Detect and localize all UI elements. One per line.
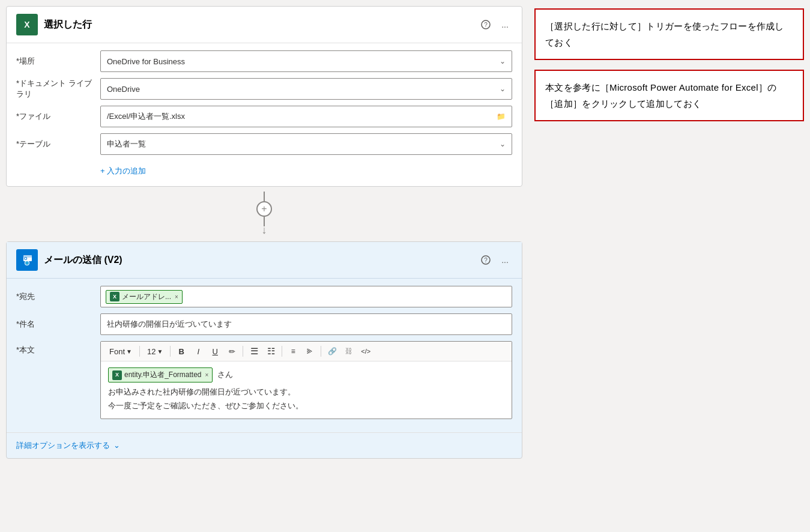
label-basho: *場所 [16,56,94,67]
selected-row-card: X 選択した行 ? ... *場所 OneDrive fo [6,6,522,187]
card1-more-icon[interactable]: ... [498,17,512,32]
label-table: *テーブル [16,139,94,150]
code-button[interactable]: </> [358,344,373,358]
field-to: *宛先 X メールアドレ... × [16,286,512,307]
label-file: *ファイル [16,111,94,122]
dropdown-chevron-doclib: ⌄ [500,85,506,93]
svg-text:O: O [24,256,28,261]
svg-text:?: ? [484,257,488,264]
annotation-box-2: 本文を参考に［Microsoft Power Automate for Exce… [534,70,804,121]
body-suffix-text: さん [217,369,233,381]
body-editor: Font ▼ 12 ▼ B I [100,341,512,419]
link-button[interactable]: 🔗 [325,344,339,358]
connector-line-top [264,192,265,201]
field-table: *テーブル 申込者一覧 ⌄ [16,133,512,155]
card2-help-icon[interactable]: ? [479,253,493,267]
input-basho[interactable]: OneDrive for Business ⌄ [100,50,512,72]
connector-arrow: ↓ [262,224,267,237]
input-doclib[interactable]: OneDrive ⌄ [100,78,512,100]
annotation-box-1: ［選択した行に対して］トリガーを使ったフローを作成しておく [534,8,804,60]
italic-button[interactable]: I [191,344,205,358]
card1-header: X 選択した行 ? ... [7,7,522,43]
toolbar-sep-3 [243,346,243,357]
add-input-button[interactable]: + 入力の追加 [16,161,512,179]
card2-more-icon[interactable]: ... [498,253,512,267]
input-subject[interactable]: 社内研修の開催日が近づいています [100,313,512,335]
body-toolbar: Font ▼ 12 ▼ B I [101,342,512,361]
card1-body: *場所 OneDrive for Business ⌄ *ドキュメント ライブラ… [7,43,522,186]
to-chip[interactable]: X メールアドレ... × [106,290,183,304]
input-to[interactable]: X メールアドレ... × [100,286,512,307]
advanced-chevron-icon: ⌄ [113,441,120,450]
body-line1: お申込みされた社内研修の開催日が近づいています。 [108,386,504,399]
toolbar-sep-2 [170,346,171,357]
left-panel: X 選択した行 ? ... *場所 OneDrive fo [6,6,522,526]
card1-title: 選択した行 [44,19,473,31]
card2-header-icons: ? ... [479,253,512,267]
excel-icon: X [16,14,38,35]
font-chevron-icon: ▼ [126,348,132,355]
body-chip-excel-icon: X [112,370,122,380]
label-to: *宛先 [16,291,94,302]
outlook-icon: O [16,249,38,271]
body-content: X entity.申込者_Formatted × さん お申込みされた社内研修の… [101,361,512,419]
align-left-button[interactable]: ≡ [286,344,300,358]
field-basho: *場所 OneDrive for Business ⌄ [16,50,512,72]
label-subject: *件名 [16,319,94,330]
advanced-options-button[interactable]: 詳細オプションを表示する ⌄ [7,432,522,458]
underline-button[interactable]: U [208,344,222,358]
field-subject: *件名 社内研修の開催日が近づいています [16,313,512,335]
svg-point-6 [25,261,29,265]
connector-plus-button[interactable]: + [256,201,272,217]
right-panel: ［選択した行に対して］トリガーを使ったフローを作成しておく 本文を参考に［Mic… [534,6,804,526]
input-table[interactable]: 申込者一覧 ⌄ [100,133,512,155]
card2-title: メールの送信 (V2) [44,254,473,267]
file-browse-icon[interactable]: 📁 [497,112,506,121]
ordered-list-button[interactable]: ☷ [264,344,278,358]
fontsize-chevron-icon: ▼ [157,348,163,355]
toolbar-sep-4 [282,346,282,357]
svg-text:?: ? [484,22,488,28]
toolbar-sep-1 [139,346,140,357]
font-size-select[interactable]: 12 ▼ [144,346,166,357]
card1-help-icon[interactable]: ? [479,17,493,32]
body-line2: 今一度ご予定をご確認いただき、ぜひご参加ください。 [108,400,504,413]
toolbar-sep-5 [321,346,321,357]
font-select[interactable]: Font ▼ [106,346,136,357]
label-doclib: *ドキュメント ライブラリ [16,78,94,100]
input-file[interactable]: /Excel/申込者一覧.xlsx 📁 [100,106,512,127]
label-body: *本文 [16,345,94,355]
body-first-line: X entity.申込者_Formatted × さん [108,367,504,382]
connector: + ↓ [6,187,522,241]
mail-card: O メールの送信 (V2) ? ... *宛先 [6,241,522,459]
field-file: *ファイル /Excel/申込者一覧.xlsx 📁 [16,106,512,127]
unordered-list-button[interactable]: ☰ [247,344,261,358]
field-doclib: *ドキュメント ライブラリ OneDrive ⌄ [16,78,512,100]
annotation-text-2: 本文を参考に［Microsoft Power Automate for Exce… [545,79,793,112]
body-chip[interactable]: X entity.申込者_Formatted × [108,367,213,382]
unlink-button[interactable]: ⛓ [342,344,356,358]
annotation-text-1: ［選択した行に対して］トリガーを使ったフローを作成しておく [545,18,793,50]
align-right-button[interactable]: ⫸ [303,344,317,358]
card1-header-icons: ? ... [479,17,512,32]
bold-button[interactable]: B [174,344,189,358]
pencil-button[interactable]: ✏ [225,344,239,358]
body-chip-close-icon[interactable]: × [205,370,208,380]
card2-header: O メールの送信 (V2) ? ... [7,242,522,279]
chip-excel-icon: X [110,292,119,301]
dropdown-chevron-basho: ⌄ [500,57,506,65]
field-body: *本文 Font ▼ 12 ▼ [16,341,512,419]
dropdown-chevron-table: ⌄ [500,140,506,148]
chip-close-icon[interactable]: × [175,294,178,300]
card2-body: *宛先 X メールアドレ... × *件名 社内研修の開催日が近づいています [7,279,522,432]
